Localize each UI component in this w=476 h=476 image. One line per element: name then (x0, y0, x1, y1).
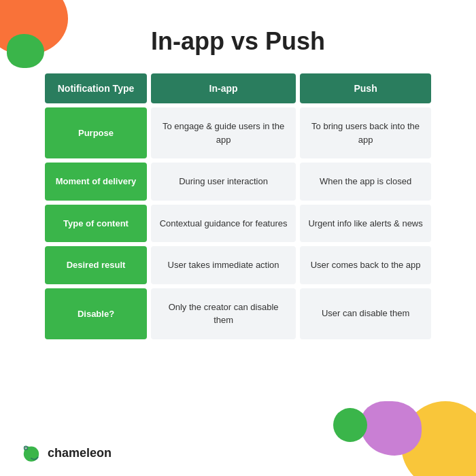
row-inapp-3: User takes immediate action (151, 246, 296, 284)
page-title: In-app vs Push (0, 0, 476, 69)
col-header-inapp: In-app (151, 73, 296, 103)
row-push-3: User comes back to the app (300, 246, 431, 284)
table-row: PurposeTo engage & guide users in the ap… (45, 107, 431, 158)
chameleon-logo-icon (20, 442, 42, 464)
logo-text: chameleon (48, 446, 112, 460)
row-label-4: Disable? (45, 288, 147, 339)
comparison-table: Notification Type In-app Push PurposeTo … (41, 69, 435, 343)
row-label-0: Purpose (45, 107, 147, 158)
row-inapp-2: Contextual guidance for features (151, 205, 296, 243)
row-inapp-0: To engage & guide users in the app (151, 107, 296, 158)
row-label-1: Moment of delivery (45, 163, 147, 201)
row-push-2: Urgent info like alerts & news (300, 205, 431, 243)
svg-point-4 (25, 447, 27, 449)
col-header-push: Push (300, 73, 431, 103)
row-push-1: When the app is closed (300, 163, 431, 201)
table-row: Moment of deliveryDuring user interactio… (45, 163, 431, 201)
footer: chameleon (20, 442, 112, 464)
table-header-row: Notification Type In-app Push (45, 73, 431, 103)
row-inapp-4: Only the creator can disable them (151, 288, 296, 339)
decoration-blob-purple (360, 401, 422, 456)
row-push-4: User can disable them (300, 288, 431, 339)
row-label-2: Type of content (45, 205, 147, 243)
table-row: Desired resultUser takes immediate actio… (45, 246, 431, 284)
decoration-blob-green-top (7, 34, 44, 68)
decoration-blob-green-bottom (333, 408, 367, 442)
row-label-3: Desired result (45, 246, 147, 284)
table-row: Disable?Only the creator can disable the… (45, 288, 431, 339)
table-row: Type of contentContextual guidance for f… (45, 205, 431, 243)
col-header-type: Notification Type (45, 73, 147, 103)
row-inapp-1: During user interaction (151, 163, 296, 201)
row-push-0: To bring users back into the app (300, 107, 431, 158)
